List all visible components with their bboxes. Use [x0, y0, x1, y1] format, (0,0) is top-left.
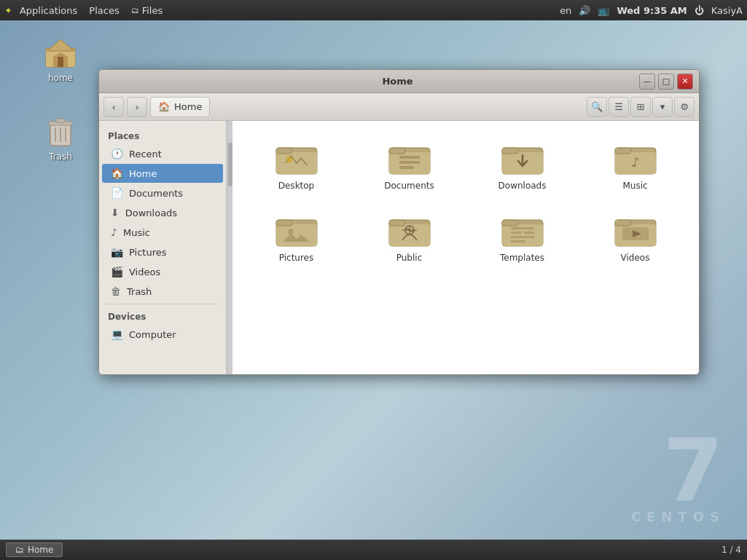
documents-icon: 📄 [111, 187, 123, 199]
recent-label: Recent [129, 149, 162, 159]
taskbar-bottom: 🗂 Home 1 / 4 [0, 540, 747, 560]
centos-number: 7 [631, 432, 725, 510]
svg-rect-43 [524, 232, 534, 234]
taskbar-top: ✦ Applications Places 🗂 Files en 🔊 📺 Wed… [0, 0, 747, 20]
open-window-button[interactable]: 🗂 Home [6, 543, 63, 557]
pictures-folder-icon [275, 210, 318, 249]
sort-button[interactable]: ▾ [652, 97, 673, 117]
open-window-label: Home [28, 545, 53, 555]
applications-icon: ✦ [4, 5, 12, 16]
main-content: Places 🕐 Recent 🏠 Home 📄 Documents ⬇ Dow… [99, 121, 699, 374]
svg-marker-2 [47, 39, 74, 51]
toolbar-right: 🔍 ☰ ⊞ ▾ ⚙ [587, 97, 695, 117]
svg-point-14 [286, 157, 292, 162]
svg-rect-40 [502, 220, 518, 226]
svg-rect-18 [399, 156, 420, 159]
file-item-public[interactable]: Public [356, 204, 462, 269]
list-view-button[interactable]: ☰ [609, 97, 629, 117]
centos-text: CENTOS [631, 510, 725, 524]
open-window-icon: 🗂 [15, 545, 24, 555]
public-label: Public [396, 253, 423, 263]
toolbar: ‹ › 🏠 Home 🔍 ☰ ⊞ ▾ ⚙ [99, 93, 699, 121]
file-item-pictures[interactable]: Pictures [243, 204, 349, 269]
computer-label: Computer [129, 329, 176, 340]
home-folder-icon [43, 35, 78, 70]
location-text: Home [174, 101, 202, 112]
location-bar[interactable]: 🏠 Home [150, 97, 210, 117]
desktop-icon-trash[interactable]: Trash [40, 111, 81, 165]
sidebar-item-music[interactable]: ♪ Music [102, 223, 223, 242]
sidebar-scrollbar[interactable] [227, 121, 232, 374]
file-item-templates[interactable]: Templates [469, 204, 575, 269]
file-item-videos[interactable]: Videos [582, 204, 688, 269]
file-item-music[interactable]: ♪ Music [582, 132, 688, 197]
window-title: Home [156, 76, 639, 87]
svg-rect-4 [58, 57, 63, 67]
clock: Wed 9:35 AM [617, 5, 687, 16]
forward-button[interactable]: › [127, 97, 147, 117]
search-button[interactable]: 🔍 [587, 97, 607, 117]
power-icon: ⏻ [695, 5, 704, 16]
file-grid: Desktop Documents [232, 121, 699, 374]
svg-text:♪: ♪ [631, 154, 640, 170]
svg-rect-42 [511, 232, 521, 234]
downloads-folder-icon [501, 138, 544, 177]
back-button[interactable]: ‹ [103, 97, 124, 117]
window-controls: — □ ✕ [639, 74, 693, 90]
videos-icon: 🎬 [111, 266, 123, 277]
sidebar-item-pictures[interactable]: 📷 Pictures [102, 242, 223, 261]
svg-rect-41 [511, 227, 534, 229]
lang-indicator: en [560, 5, 571, 16]
sidebar-item-downloads[interactable]: ⬇ Downloads [102, 203, 223, 222]
sidebar-item-recent[interactable]: 🕐 Recent [102, 144, 223, 163]
sidebar-scrollbar-thumb[interactable] [228, 143, 232, 186]
music-folder-icon: ♪ [614, 138, 657, 177]
svg-rect-23 [502, 148, 518, 154]
sidebar-item-home[interactable]: 🏠 Home [102, 164, 223, 183]
svg-rect-17 [389, 148, 405, 154]
title-bar: Home — □ ✕ [99, 70, 699, 93]
svg-rect-13 [276, 148, 292, 154]
applications-label: Applications [20, 5, 77, 16]
sidebar-item-videos[interactable]: 🎬 Videos [102, 262, 223, 281]
svg-rect-19 [399, 161, 420, 164]
sidebar-item-computer[interactable]: 💻 Computer [102, 325, 223, 344]
home-sidebar-icon: 🏠 [111, 167, 123, 179]
svg-rect-34 [389, 220, 405, 226]
files-icon: 🗂 [131, 6, 139, 15]
file-item-documents[interactable]: Documents [356, 132, 462, 197]
file-item-downloads[interactable]: Downloads [469, 132, 575, 197]
trash-icon [43, 114, 78, 149]
grid-view-button[interactable]: ⊞ [630, 97, 651, 117]
sidebar-item-documents[interactable]: 📄 Documents [102, 184, 223, 202]
sidebar-item-trash[interactable]: 🗑 Trash [102, 282, 223, 301]
pictures-icon: 📷 [111, 246, 123, 258]
trash-icon-label: Trash [49, 151, 72, 162]
file-item-desktop[interactable]: Desktop [243, 132, 349, 197]
settings-button[interactable]: ⚙ [674, 97, 695, 117]
svg-rect-7 [56, 119, 65, 122]
svg-rect-20 [399, 166, 414, 169]
desktop-pager[interactable]: 1 / 4 [721, 545, 741, 555]
desktop-icon-home[interactable]: home [40, 32, 81, 86]
file-manager-window: Home — □ ✕ ‹ › 🏠 Home 🔍 ☰ ⊞ ▾ ⚙ Places [98, 69, 700, 375]
videos-folder-icon [614, 210, 657, 249]
music-label: Music [123, 227, 150, 238]
system-area: en 🔊 📺 Wed 9:35 AM ⏻ KasiyA [560, 5, 743, 16]
templates-label: Templates [500, 253, 544, 263]
close-button[interactable]: ✕ [677, 74, 693, 90]
files-menu[interactable]: 🗂 Files [125, 4, 169, 17]
svg-rect-26 [615, 148, 631, 154]
applications-menu[interactable]: Applications [14, 4, 83, 17]
volume-icon: 🔊 [579, 5, 590, 16]
places-label: Places [89, 5, 119, 16]
music-file-label: Music [622, 181, 647, 191]
maximize-button[interactable]: □ [658, 74, 674, 90]
minimize-button[interactable]: — [639, 74, 655, 90]
trash-label: Trash [127, 286, 152, 297]
svg-rect-44 [511, 236, 534, 238]
downloads-icon: ⬇ [111, 207, 120, 218]
svg-rect-45 [511, 240, 525, 242]
places-menu[interactable]: Places [83, 4, 125, 17]
svg-rect-30 [276, 220, 292, 226]
